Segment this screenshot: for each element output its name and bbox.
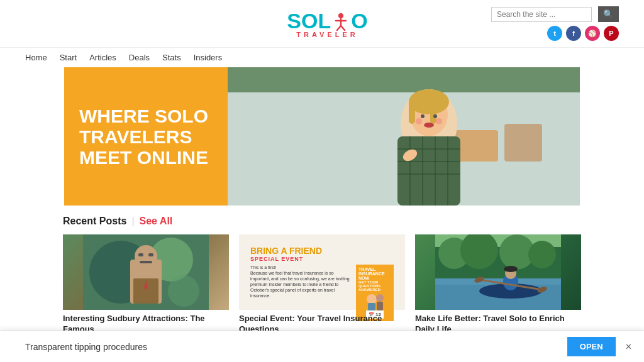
svg-point-50 — [528, 241, 556, 268]
social-icons: t f ⚾ P — [547, 26, 619, 41]
search-area: 🔍 — [491, 6, 619, 22]
notification-bar: Transparent tipping procedures OPEN × — [0, 331, 644, 362]
svg-rect-9 — [504, 124, 542, 162]
notification-text: Transparent tipping procedures — [25, 342, 147, 352]
svg-point-26 — [416, 118, 422, 124]
svg-point-56 — [504, 266, 518, 272]
svg-point-25 — [433, 114, 437, 118]
notification-open-button[interactable]: OPEN — [567, 337, 616, 356]
see-all-link[interactable]: See All — [140, 216, 173, 227]
post-1-thumbnail — [63, 234, 229, 310]
bring-friend-subtitle: SPECIAL EVENT — [250, 256, 394, 262]
nav-item-stats[interactable]: Stats — [162, 53, 181, 62]
recent-posts-divider: | — [131, 216, 134, 227]
post-card-3: Make Life Better: Travel Solo to Enrich … — [415, 234, 581, 344]
svg-point-42 — [376, 294, 384, 302]
logo-subtitle: TRAVELER — [296, 31, 358, 38]
svg-rect-37 — [138, 253, 143, 256]
hero-banner: WHERE SOLO TRAVELERS MEET ONLINE — [64, 67, 580, 206]
hero-text-panel: WHERE SOLO TRAVELERS MEET ONLINE — [64, 67, 228, 206]
logo: S O L O TRAVELER — [287, 9, 367, 38]
recent-posts-header: Recent Posts | See All — [63, 216, 581, 227]
logo-o: O — [301, 9, 318, 33]
notification-close-button[interactable]: × — [626, 341, 631, 353]
post-3-thumbnail — [415, 234, 581, 310]
search-social-area: 🔍 t f ⚾ P — [491, 6, 619, 41]
insurance-badge: TRAVEL INSURANCE NOW GET YOUR QUESTIONS … — [356, 265, 394, 321]
svg-rect-41 — [368, 303, 375, 310]
svg-point-40 — [367, 294, 377, 304]
svg-line-3 — [337, 26, 341, 30]
header: S O L O TRAVELER — [0, 0, 644, 48]
svg-rect-39 — [140, 261, 152, 263]
recent-posts-label: Recent Posts — [63, 216, 126, 227]
svg-point-0 — [338, 13, 343, 18]
facebook-icon[interactable]: f — [566, 26, 581, 41]
logo-o2: O — [351, 9, 367, 33]
insurance-badge-sub: GET YOUR QUESTIONS ANSWERED — [358, 280, 391, 292]
main-nav: Home Start Articles Deals Stats Insiders — [0, 48, 644, 67]
svg-point-24 — [421, 114, 425, 118]
twitter-icon[interactable]: t — [547, 26, 562, 41]
svg-rect-6 — [228, 67, 580, 92]
svg-rect-38 — [148, 253, 153, 256]
hero-headline: WHERE SOLO TRAVELERS MEET ONLINE — [79, 106, 213, 168]
svg-point-27 — [436, 118, 442, 124]
svg-rect-52 — [435, 278, 561, 285]
nav-item-home[interactable]: Home — [25, 53, 47, 62]
svg-point-23 — [424, 123, 434, 128]
instagram-icon[interactable]: ⚾ — [585, 26, 600, 41]
logo-l: L — [318, 9, 331, 33]
nav-item-deals[interactable]: Deals — [129, 53, 150, 62]
post-card-2: BRING A FRIEND SPECIAL EVENT This is a f… — [239, 234, 405, 344]
search-input[interactable] — [491, 7, 592, 22]
bring-friend-card: BRING A FRIEND SPECIAL EVENT This is a f… — [245, 241, 399, 304]
nav-item-start[interactable]: Start — [60, 53, 77, 62]
bring-friend-content: This is a first!Because we feel that tra… — [250, 265, 394, 321]
hero-image — [228, 67, 580, 206]
pinterest-icon[interactable]: P — [604, 26, 619, 41]
svg-rect-21 — [409, 99, 415, 124]
logo-figure-icon — [331, 12, 350, 31]
logo-text: S O L O — [287, 9, 367, 33]
hero-photo — [228, 67, 580, 206]
notification-actions: OPEN × — [567, 337, 631, 356]
insurance-badge-title: TRAVEL INSURANCE NOW — [358, 267, 391, 280]
post-2-thumbnail: BRING A FRIEND SPECIAL EVENT This is a f… — [239, 234, 405, 310]
bring-friend-title: BRING A FRIEND — [250, 246, 394, 256]
svg-point-32 — [168, 275, 199, 307]
svg-line-4 — [341, 26, 345, 30]
logo-s: S — [287, 9, 301, 33]
svg-rect-43 — [377, 302, 383, 310]
bring-friend-body: This is a first!Because we feel that tra… — [250, 265, 352, 321]
svg-point-34 — [135, 245, 157, 268]
search-button[interactable]: 🔍 — [598, 6, 619, 22]
nav-item-articles[interactable]: Articles — [89, 53, 116, 62]
svg-rect-22 — [430, 99, 436, 124]
nav-item-insiders[interactable]: Insiders — [194, 53, 223, 62]
post-card-1: Interesting Sudbury Attractions: The Fam… — [63, 234, 229, 344]
recent-posts-section: Recent Posts | See All — [0, 206, 644, 351]
posts-grid: Interesting Sudbury Attractions: The Fam… — [63, 234, 581, 344]
svg-rect-11 — [397, 136, 460, 206]
